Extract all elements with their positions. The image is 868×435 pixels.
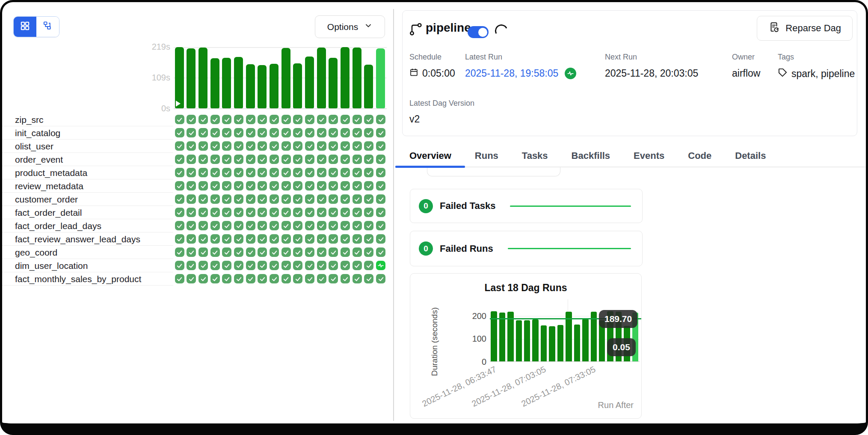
task-instance-success-cell[interactable] <box>234 181 243 191</box>
task-instance-success-cell[interactable] <box>222 128 231 137</box>
task-instance-success-cell[interactable] <box>234 168 243 177</box>
task-instance-success-cell[interactable] <box>293 181 302 191</box>
task-instance-success-cell[interactable] <box>353 181 362 191</box>
task-instance-success-cell[interactable] <box>364 221 373 230</box>
task-instance-success-cell[interactable] <box>341 194 350 204</box>
task-instance-success-cell[interactable] <box>234 141 243 151</box>
task-name[interactable]: fact_review_answer_lead_days <box>15 232 140 246</box>
task-instance-success-cell[interactable] <box>270 261 279 270</box>
task-instance-success-cell[interactable] <box>364 274 373 283</box>
task-instance-success-cell[interactable] <box>376 128 385 137</box>
task-instance-success-cell[interactable] <box>258 115 267 124</box>
task-instance-success-cell[interactable] <box>353 261 362 270</box>
task-instance-success-cell[interactable] <box>353 274 362 283</box>
task-instance-success-cell[interactable] <box>222 234 231 244</box>
task-instance-success-cell[interactable] <box>175 208 184 217</box>
task-name[interactable]: fact_monthly_sales_by_product <box>15 272 141 286</box>
task-instance-success-cell[interactable] <box>222 181 231 191</box>
task-instance-success-cell[interactable] <box>246 141 255 151</box>
task-instance-success-cell[interactable] <box>246 247 255 257</box>
dag-run-duration-bar[interactable] <box>364 65 373 108</box>
task-instance-success-cell[interactable] <box>376 115 385 124</box>
task-instance-success-cell[interactable] <box>353 115 362 124</box>
task-instance-success-cell[interactable] <box>281 221 291 230</box>
task-instance-success-cell[interactable] <box>281 261 291 270</box>
task-instance-success-cell[interactable] <box>222 115 231 124</box>
task-instance-success-cell[interactable] <box>317 141 326 151</box>
task-instance-success-cell[interactable] <box>222 141 231 151</box>
task-instance-success-cell[interactable] <box>198 247 208 257</box>
task-instance-success-cell[interactable] <box>293 128 302 137</box>
task-instance-success-cell[interactable] <box>258 247 267 257</box>
tab-runs[interactable]: Runs <box>475 150 498 161</box>
task-instance-success-cell[interactable] <box>270 181 279 191</box>
task-instance-success-cell[interactable] <box>341 115 350 124</box>
task-instance-success-cell[interactable] <box>305 168 314 177</box>
task-name[interactable]: init_catalog <box>15 126 60 140</box>
task-instance-success-cell[interactable] <box>210 168 220 177</box>
task-instance-success-cell[interactable] <box>187 234 196 244</box>
dag-run-duration-bar[interactable] <box>175 47 184 108</box>
task-instance-success-cell[interactable] <box>187 261 196 270</box>
task-instance-success-cell[interactable] <box>329 115 338 124</box>
task-instance-success-cell[interactable] <box>210 208 220 217</box>
task-instance-success-cell[interactable] <box>175 128 184 137</box>
dag-run-duration-bar[interactable] <box>222 58 231 108</box>
dag-run-bar[interactable] <box>549 326 555 361</box>
task-instance-success-cell[interactable] <box>175 247 184 257</box>
task-instance-success-cell[interactable] <box>234 234 243 244</box>
task-instance-success-cell[interactable] <box>187 221 196 230</box>
dag-run-bar[interactable] <box>532 319 539 361</box>
task-instance-success-cell[interactable] <box>341 208 350 217</box>
task-instance-success-cell[interactable] <box>222 155 231 164</box>
task-name[interactable]: geo_coord <box>15 246 57 259</box>
task-instance-success-cell[interactable] <box>175 234 184 244</box>
reparse-dag-button[interactable]: Reparse Dag <box>757 16 853 41</box>
task-instance-success-cell[interactable] <box>198 115 208 124</box>
task-instance-success-cell[interactable] <box>187 141 196 151</box>
task-instance-success-cell[interactable] <box>258 221 267 230</box>
task-instance-success-cell[interactable] <box>175 261 184 270</box>
dag-run-duration-bar[interactable] <box>234 57 243 109</box>
task-instance-success-cell[interactable] <box>329 194 338 204</box>
task-instance-success-cell[interactable] <box>222 208 231 217</box>
task-instance-success-cell[interactable] <box>376 181 385 191</box>
task-instance-success-cell[interactable] <box>364 181 373 191</box>
task-instance-success-cell[interactable] <box>210 261 220 270</box>
task-instance-success-cell[interactable] <box>376 221 385 230</box>
task-instance-success-cell[interactable] <box>305 128 314 137</box>
task-instance-success-cell[interactable] <box>317 261 326 270</box>
task-instance-success-cell[interactable] <box>281 115 291 124</box>
task-instance-success-cell[interactable] <box>187 247 196 257</box>
latest-run-state-icon[interactable] <box>565 68 576 79</box>
task-instance-success-cell[interactable] <box>305 261 314 270</box>
task-instance-success-cell[interactable] <box>376 234 385 244</box>
task-instance-success-cell[interactable] <box>270 115 279 124</box>
task-instance-success-cell[interactable] <box>293 274 302 283</box>
task-instance-success-cell[interactable] <box>222 194 231 204</box>
task-instance-success-cell[interactable] <box>305 194 314 204</box>
graph-view-button[interactable] <box>36 17 59 37</box>
task-instance-success-cell[interactable] <box>317 181 326 191</box>
dag-run-bar[interactable] <box>524 320 530 361</box>
task-instance-success-cell[interactable] <box>293 247 302 257</box>
task-instance-success-cell[interactable] <box>234 155 243 164</box>
task-instance-success-cell[interactable] <box>364 155 373 164</box>
task-instance-success-cell[interactable] <box>258 261 267 270</box>
task-instance-success-cell[interactable] <box>305 234 314 244</box>
task-instance-success-cell[interactable] <box>198 128 208 137</box>
dag-run-duration-bar[interactable] <box>198 48 207 108</box>
task-instance-success-cell[interactable] <box>210 115 220 124</box>
task-instance-success-cell[interactable] <box>246 168 255 177</box>
task-name[interactable]: customer_order <box>15 193 78 206</box>
task-instance-success-cell[interactable] <box>270 168 279 177</box>
dag-run-duration-bar[interactable] <box>317 48 326 108</box>
dag-run-duration-bar[interactable] <box>293 63 302 109</box>
task-instance-success-cell[interactable] <box>364 128 373 137</box>
task-name[interactable]: order_event <box>15 153 63 166</box>
dag-run-bar[interactable] <box>582 319 589 361</box>
task-instance-success-cell[interactable] <box>222 168 231 177</box>
task-name[interactable]: review_metadata <box>15 179 83 193</box>
task-instance-success-cell[interactable] <box>187 208 196 217</box>
task-instance-success-cell[interactable] <box>341 274 350 283</box>
